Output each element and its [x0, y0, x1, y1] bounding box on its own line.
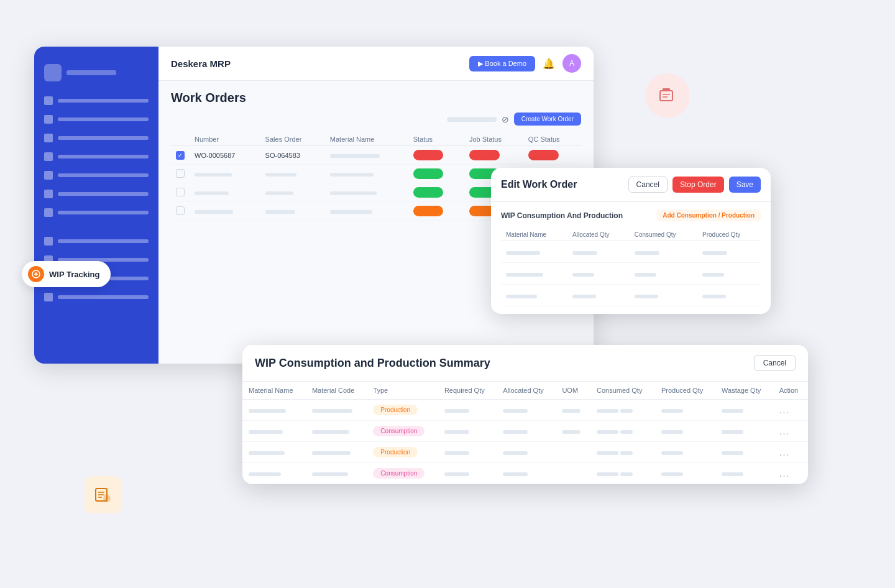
col-job-status: Job Status [464, 133, 523, 146]
sum-col-consumed-qty: Consumed Qty [590, 382, 655, 400]
summary-row: Consumption ... [242, 463, 808, 484]
col-number: Number [190, 133, 260, 146]
topbar: Deskera MRP ▶ Book a Demo 🔔 A [158, 47, 594, 81]
wip-section-title: WIP Consumption And Production [501, 211, 623, 220]
status-badge [413, 206, 444, 216]
type-badge-consumption: Consumption [373, 468, 425, 479]
sum-col-material-code: Material Code [306, 382, 367, 400]
edit-panel-title: Edit Work Order [501, 179, 577, 190]
col-status: Status [408, 133, 464, 146]
demo-button[interactable]: ▶ Book a Demo [469, 56, 535, 71]
action-dots[interactable]: ... [779, 448, 791, 457]
col-qc-status: QC Status [523, 133, 581, 146]
save-button[interactable]: Save [729, 177, 761, 193]
summary-title: WIP Consumption and Production Summary [255, 357, 490, 370]
svg-rect-0 [660, 91, 672, 101]
sum-col-wastage-qty: Wastage Qty [715, 382, 773, 400]
sidebar-item-8[interactable] [34, 232, 158, 250]
checkbox-empty[interactable] [176, 188, 185, 196]
qc-status-badge [528, 150, 559, 160]
summary-row: Consumption ... [242, 421, 808, 442]
sidebar-item-6[interactable] [34, 185, 158, 203]
action-dots[interactable]: ... [779, 426, 791, 436]
action-dots[interactable]: ... [779, 405, 791, 415]
sum-col-uom: UOM [556, 382, 590, 400]
toolbar: ⊘ Create Work Order [171, 113, 581, 126]
sidebar [34, 47, 158, 364]
summary-table: Material Name Material Code Type Require… [242, 382, 808, 484]
table-row: ✓ WO-0005687 SO-064583 [171, 146, 581, 165]
wip-table-row [501, 241, 761, 263]
stop-order-button[interactable]: Stop Order [672, 177, 724, 193]
wip-tracking-pill[interactable]: WIP Tracking [22, 261, 111, 287]
add-consumption-button[interactable]: Add Consumption / Production [656, 209, 761, 221]
sidebar-item-5[interactable] [34, 166, 158, 185]
avatar[interactable]: A [562, 54, 581, 73]
sum-col-produced-qty: Produced Qty [655, 382, 715, 400]
status-badge [413, 168, 444, 179]
svg-rect-1 [663, 88, 670, 91]
notification-bell-icon[interactable]: 🔔 [543, 58, 555, 70]
job-status-badge [469, 150, 500, 160]
sidebar-item-7[interactable] [34, 203, 158, 222]
svg-point-8 [103, 495, 111, 502]
type-badge-production: Production [373, 405, 418, 415]
wo-number: WO-0005687 [190, 146, 260, 165]
action-dots[interactable]: ... [779, 469, 791, 479]
checkbox-checked[interactable]: ✓ [176, 151, 185, 160]
summary-row: Production ... [242, 400, 808, 421]
wip-col-allocated: Allocated Qty [567, 229, 630, 241]
sidebar-item-11[interactable] [34, 288, 158, 306]
wip-table-row [501, 263, 761, 285]
wip-col-consumed: Consumed Qty [630, 229, 697, 241]
col-sales-order: Sales Order [260, 133, 325, 146]
wip-consumption-section: WIP Consumption And Production Add Consu… [491, 202, 771, 314]
sidebar-item-4[interactable] [34, 147, 158, 166]
status-cell [408, 146, 464, 165]
sum-col-allocated-qty: Allocated Qty [497, 382, 556, 400]
status-badge [413, 150, 444, 160]
job-status-cell [464, 146, 523, 165]
summary-cancel-button[interactable]: Cancel [754, 355, 796, 371]
type-badge-production: Production [373, 447, 418, 457]
sales-order: SO-064583 [260, 146, 325, 165]
wip-tracking-label: WIP Tracking [49, 270, 99, 279]
status-badge [413, 187, 444, 198]
page-title: Work Orders [171, 91, 581, 105]
wip-tracking-icon [28, 266, 44, 282]
qc-status-cell [523, 146, 581, 165]
filter-icon[interactable]: ⊘ [502, 114, 509, 124]
checkbox-empty[interactable] [176, 169, 185, 178]
checkbox-empty[interactable] [176, 206, 185, 215]
sum-col-action: Action [773, 382, 808, 400]
float-icon-top [645, 73, 690, 118]
sidebar-item-3[interactable] [34, 129, 158, 147]
edit-panel-actions: Cancel Stop Order Save [628, 177, 761, 193]
search-bar [447, 117, 497, 122]
edit-work-order-panel: Edit Work Order Cancel Stop Order Save W… [491, 168, 771, 314]
wip-table: Material Name Allocated Qty Consumed Qty… [501, 229, 761, 306]
summary-row: Production ... [242, 442, 808, 463]
float-icon-bottom [85, 476, 122, 513]
wip-section-header: WIP Consumption And Production Add Consu… [501, 209, 761, 221]
create-work-order-button[interactable]: Create Work Order [514, 113, 581, 126]
sidebar-item-2[interactable] [34, 110, 158, 129]
sum-col-material-name: Material Name [242, 382, 306, 400]
edit-panel-header: Edit Work Order Cancel Stop Order Save [491, 168, 771, 202]
wip-col-produced: Produced Qty [697, 229, 761, 241]
sum-col-required-qty: Required Qty [438, 382, 497, 400]
sum-col-type: Type [367, 382, 438, 400]
wip-table-row [501, 285, 761, 306]
wip-col-material: Material Name [501, 229, 567, 241]
col-material-name: Material Name [325, 133, 408, 146]
brand-name: Deskera MRP [171, 58, 231, 69]
type-badge-consumption: Consumption [373, 426, 425, 436]
summary-header: WIP Consumption and Production Summary C… [242, 345, 808, 382]
summary-panel: WIP Consumption and Production Summary C… [242, 345, 808, 484]
material-name [325, 146, 408, 165]
sidebar-item-1[interactable] [34, 91, 158, 110]
edit-cancel-button[interactable]: Cancel [628, 177, 668, 193]
topbar-right: ▶ Book a Demo 🔔 A [469, 54, 581, 73]
